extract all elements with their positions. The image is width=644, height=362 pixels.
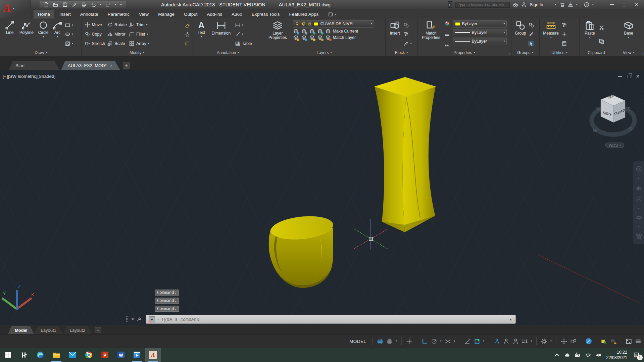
ellipse-icon[interactable] bbox=[65, 32, 70, 37]
snap-dropdown-icon[interactable]: ▾ bbox=[396, 340, 397, 343]
panel-label-properties[interactable]: Properties▾⌟ bbox=[417, 49, 511, 56]
measure-dropdown-icon[interactable]: ▾ bbox=[550, 36, 552, 39]
layer-unisolate-icon[interactable] bbox=[293, 35, 299, 40]
copy-clip-icon[interactable] bbox=[599, 39, 604, 44]
leader-dropdown-icon[interactable]: ▾ bbox=[242, 33, 243, 36]
rectangle-icon[interactable] bbox=[65, 22, 70, 28]
hatch-icon[interactable] bbox=[65, 41, 70, 46]
minimize-window-icon[interactable] bbox=[610, 4, 614, 5]
copy-button[interactable]: Copy bbox=[85, 32, 105, 37]
cut-icon[interactable] bbox=[599, 25, 604, 30]
command-input[interactable] bbox=[161, 317, 507, 322]
array-button[interactable]: Array▾ bbox=[129, 41, 149, 46]
hatch-dropdown-icon[interactable]: ▾ bbox=[72, 42, 73, 45]
app-menu-dropdown-icon[interactable]: ▾ bbox=[13, 7, 14, 10]
panel-label-block[interactable]: Block▾ bbox=[386, 49, 417, 56]
text-button[interactable]: A Text ▾ bbox=[195, 19, 208, 49]
workspace-dropdown-icon[interactable]: ▾ bbox=[550, 340, 552, 343]
taskbar-mail[interactable] bbox=[64, 348, 81, 362]
ribbon-tab-addins[interactable]: Add-ins bbox=[202, 10, 227, 18]
object-snap-tracking-icon[interactable] bbox=[464, 338, 471, 345]
linetype-dropdown[interactable]: ByLayer ▾ bbox=[453, 38, 507, 45]
plot-icon[interactable] bbox=[81, 2, 87, 7]
pan-icon[interactable] bbox=[636, 185, 642, 191]
linetype-dropdown-icon[interactable]: ▾ bbox=[503, 40, 505, 43]
annotation-monitor-icon[interactable] bbox=[561, 338, 567, 345]
panel-label-modify[interactable]: Modify▾ bbox=[82, 49, 193, 56]
rotate-button[interactable]: Rotate bbox=[107, 22, 127, 28]
scale-button[interactable]: Scale bbox=[107, 41, 127, 46]
graphics-performance-warning-icon[interactable] bbox=[610, 338, 616, 345]
ortho-mode-icon[interactable] bbox=[422, 338, 428, 345]
wifi-icon[interactable] bbox=[585, 352, 591, 358]
ribbon-tab-insert[interactable]: Insert bbox=[55, 10, 75, 18]
annotation-autoscale-icon[interactable] bbox=[503, 338, 509, 345]
taskbar-clock[interactable]: 10:22 22/03/2021 bbox=[606, 350, 627, 360]
help-dropdown-icon[interactable]: ▾ bbox=[592, 3, 594, 6]
taskbar-movies-tv[interactable] bbox=[129, 348, 145, 362]
ribbon-tab-annotate[interactable]: Annotate bbox=[76, 10, 103, 18]
action-center-button[interactable]: 1 bbox=[632, 351, 641, 359]
workspace-switching-icon[interactable] bbox=[541, 338, 547, 345]
layer-color-swatch[interactable] bbox=[313, 22, 318, 26]
ucs-icon[interactable]: Z Y X bbox=[3, 283, 34, 309]
annotation-scale-icon[interactable] bbox=[512, 338, 519, 345]
panel-label-utilities[interactable]: Utilities▾ bbox=[540, 49, 580, 56]
annotation-scale-value[interactable]: 1:1 bbox=[522, 339, 528, 344]
restore-window-icon[interactable] bbox=[623, 3, 626, 6]
group-button[interactable]: Group bbox=[513, 19, 528, 49]
save-as-icon[interactable] bbox=[72, 2, 77, 7]
orbit-dropdown-icon[interactable]: ▾ bbox=[638, 225, 639, 228]
layer-lock-tool-icon[interactable] bbox=[317, 29, 323, 34]
start-button[interactable] bbox=[0, 348, 16, 362]
toolbar-expand-icon[interactable]: ▸ bbox=[448, 1, 452, 8]
panel-label-groups[interactable]: Groups▾ bbox=[511, 49, 539, 56]
application-menu-button[interactable]: A ▾ bbox=[0, 0, 31, 18]
color-wheel-icon[interactable] bbox=[444, 21, 450, 26]
viewcube-cube[interactable] bbox=[601, 95, 625, 122]
a360-dropdown-icon[interactable]: ▾ bbox=[576, 3, 578, 6]
taskbar-powerpoint[interactable]: P bbox=[97, 348, 113, 362]
measure-button[interactable]: Measure ▾ bbox=[541, 19, 561, 49]
layer-lock-icon[interactable] bbox=[307, 21, 312, 26]
explode-icon[interactable] bbox=[185, 32, 190, 37]
arc-button[interactable]: Arc ▾ bbox=[51, 19, 64, 49]
volume-icon[interactable] bbox=[596, 352, 601, 358]
drawing-canvas[interactable]: [−][SW Isometric][Shaded] × bbox=[0, 70, 644, 325]
base-dropdown-icon[interactable]: ▾ bbox=[628, 36, 629, 39]
annotation-scale-dropdown-icon[interactable]: ▾ bbox=[531, 340, 532, 343]
hardware-acceleration-icon[interactable] bbox=[586, 338, 592, 344]
layer-on-bulb-icon[interactable] bbox=[295, 21, 299, 26]
model-space-badge[interactable]: MODEL bbox=[349, 339, 366, 344]
tab-model[interactable]: Model bbox=[8, 326, 34, 334]
layer-thaw-icon[interactable] bbox=[301, 35, 307, 40]
ribbon-display-dropdown-icon[interactable]: ▾ bbox=[335, 13, 336, 16]
leader-icon[interactable] bbox=[235, 32, 241, 37]
group-selection-toggle-icon[interactable] bbox=[529, 41, 534, 46]
lineweight-dropdown[interactable]: ByLayer ▾ bbox=[453, 29, 507, 36]
object-color-dropdown-icon[interactable]: ▾ bbox=[503, 22, 505, 25]
id-point-icon[interactable] bbox=[561, 32, 567, 37]
clean-screen-icon[interactable] bbox=[626, 338, 632, 345]
new-layout-button[interactable]: + bbox=[95, 327, 101, 333]
snap-mode-icon[interactable] bbox=[386, 338, 393, 345]
taskbar-word[interactable]: W bbox=[113, 348, 129, 362]
tab-layout2[interactable]: Layout2 bbox=[63, 326, 92, 334]
annotation-visibility-icon[interactable] bbox=[494, 338, 500, 345]
ribbon-tab-view[interactable]: View bbox=[135, 10, 153, 18]
panel-label-view[interactable]: View▾⌟ bbox=[613, 49, 644, 56]
stretch-button[interactable]: Stretch bbox=[85, 41, 105, 46]
linetype-icon[interactable] bbox=[444, 43, 450, 48]
close-window-icon[interactable]: × bbox=[635, 2, 638, 7]
circle-dropdown-icon[interactable]: ▾ bbox=[43, 36, 44, 38]
infer-constraints-icon[interactable] bbox=[406, 338, 412, 345]
text-dropdown-icon[interactable]: ▾ bbox=[201, 36, 202, 38]
taskbar-autocad[interactable]: A bbox=[145, 348, 161, 362]
layer-unlock-icon[interactable] bbox=[317, 35, 323, 40]
erase-icon[interactable] bbox=[185, 22, 190, 28]
sign-in-dropdown-icon[interactable]: ▾ bbox=[555, 3, 556, 6]
make-current-button[interactable]: Make Current bbox=[325, 29, 358, 34]
taskbar-chrome[interactable] bbox=[81, 348, 97, 362]
command-customize-wrench-icon[interactable] bbox=[137, 317, 142, 322]
properties-panel-launcher-icon[interactable]: ⌟ bbox=[509, 51, 510, 55]
